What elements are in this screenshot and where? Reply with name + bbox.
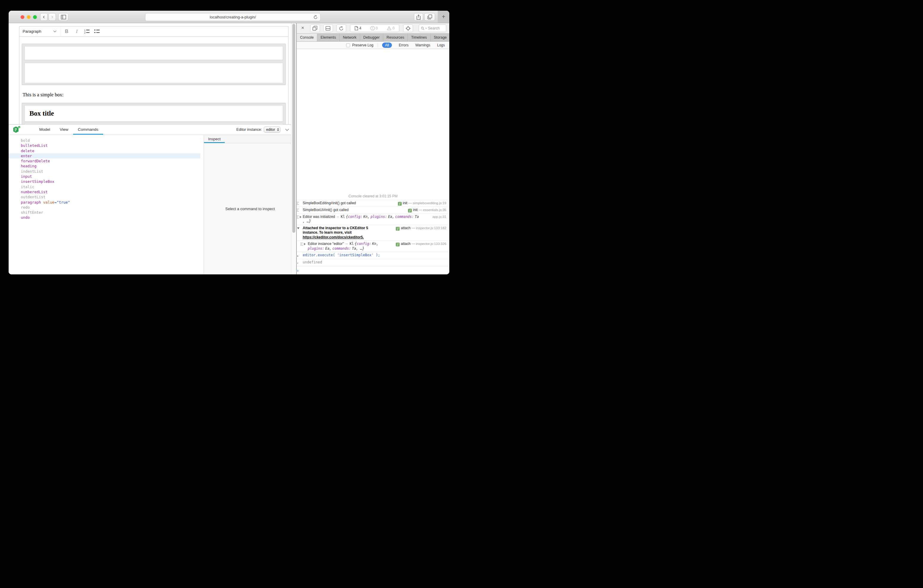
paragraph-style-dropdown[interactable]: Paragraph bbox=[19, 26, 61, 36]
command-row[interactable]: indentList bbox=[8, 169, 204, 174]
console-pane[interactable]: Console cleared at 3:01:15 PM SimpleBoxE… bbox=[297, 49, 449, 274]
tab-commands[interactable]: Commands bbox=[73, 125, 103, 135]
simple-box-title-field[interactable] bbox=[25, 46, 283, 60]
ckeditor-inspector-panel: 5 Model View Commands Editor instance: e… bbox=[8, 124, 296, 274]
expand-caret-icon[interactable] bbox=[300, 216, 302, 218]
command-row[interactable]: delete bbox=[8, 148, 204, 153]
simple-box-description-field[interactable] bbox=[25, 63, 283, 83]
source-location-link[interactable]: inspector.js:133:182 bbox=[416, 226, 446, 230]
command-row-selected[interactable]: enter bbox=[8, 153, 200, 158]
sidebar-toggle-button[interactable] bbox=[58, 13, 68, 21]
preserve-log-checkbox[interactable] bbox=[346, 43, 350, 47]
ckeditor-docs-link[interactable]: https://ckeditor.com/docs/ckeditor5. bbox=[303, 235, 364, 239]
tab-console[interactable]: Console bbox=[297, 34, 317, 41]
command-row[interactable]: bold bbox=[8, 138, 204, 143]
bulleted-list-button[interactable] bbox=[92, 28, 102, 35]
command-row[interactable]: redo bbox=[8, 205, 204, 210]
editor-instance-select[interactable]: editor bbox=[264, 126, 281, 133]
tab-inspect[interactable]: Inspect bbox=[204, 135, 225, 143]
page-scrollbar[interactable] bbox=[291, 23, 296, 274]
close-window-button[interactable] bbox=[21, 15, 25, 19]
close-devtools-button[interactable]: × bbox=[301, 25, 304, 31]
log-type-icon bbox=[297, 215, 299, 218]
console-input-row[interactable]: › editor.execute( 'insertSimpleBox' ); bbox=[297, 252, 449, 259]
command-row[interactable]: heading bbox=[8, 164, 204, 169]
console-result-row[interactable]: ‹ undefined bbox=[297, 259, 449, 266]
devtools-search-field[interactable]: Search bbox=[419, 25, 446, 32]
source-location-link[interactable]: essentials.js:35 bbox=[423, 208, 446, 212]
command-row[interactable]: input bbox=[8, 174, 204, 179]
page-resources-count[interactable]: 4 bbox=[355, 26, 361, 30]
simple-box-title-field[interactable]: Box title bbox=[25, 105, 283, 122]
dock-bottom-button[interactable] bbox=[323, 25, 333, 32]
dock-side-button[interactable] bbox=[310, 25, 320, 32]
reload-button[interactable] bbox=[314, 15, 318, 20]
select-arrows-icon bbox=[277, 128, 279, 131]
warning-icon bbox=[387, 26, 391, 30]
expand-caret-icon[interactable] bbox=[304, 243, 305, 245]
new-tab-button[interactable]: + bbox=[438, 11, 449, 23]
console-log-row[interactable]: SimpleBoxUI#init() got called finit—esse… bbox=[297, 207, 449, 214]
console-log-row[interactable]: Editor was initialized – Kl {config: Kn,… bbox=[297, 214, 449, 225]
chevron-down-icon bbox=[54, 30, 56, 33]
command-row[interactable]: undo bbox=[8, 215, 204, 220]
share-button[interactable] bbox=[414, 13, 423, 21]
minimize-window-button[interactable] bbox=[27, 15, 31, 19]
log-message: SimpleBoxUI#init() got called bbox=[303, 208, 348, 212]
error-count[interactable]: 0 bbox=[371, 26, 378, 30]
source-location-link[interactable]: app.js:31 bbox=[432, 215, 446, 218]
scrollbar-thumb[interactable] bbox=[292, 24, 295, 233]
simple-box-widget[interactable]: Box title bbox=[22, 103, 286, 125]
address-bar[interactable]: localhost/creating-a-plugin/ bbox=[145, 13, 320, 21]
tab-network[interactable]: Network bbox=[340, 34, 360, 41]
tab-resources[interactable]: Resources bbox=[383, 34, 408, 41]
source-location-link[interactable]: simpleboxediting.js:19 bbox=[413, 201, 446, 205]
tab-view[interactable]: View bbox=[55, 125, 73, 135]
svg-text:2: 2 bbox=[84, 31, 85, 34]
back-button[interactable]: ‹ bbox=[40, 13, 48, 21]
filter-divider bbox=[378, 43, 378, 47]
console-log-row[interactable]: Attached the inspector to a CKEditor 5 i… bbox=[297, 225, 449, 241]
filter-errors[interactable]: Errors bbox=[399, 43, 409, 47]
warning-count[interactable]: 0 bbox=[387, 26, 394, 30]
tab-elements[interactable]: Elements bbox=[317, 34, 340, 41]
command-row[interactable]: insertSimpleBox bbox=[8, 179, 204, 184]
command-row[interactable]: italic bbox=[8, 184, 204, 189]
command-row[interactable]: bulletedList bbox=[8, 143, 204, 148]
log-message: Editor was initialized bbox=[303, 215, 335, 219]
search-icon bbox=[421, 27, 424, 30]
filter-warnings[interactable]: Warnings bbox=[416, 43, 430, 47]
forward-button[interactable]: › bbox=[48, 13, 56, 21]
numbered-list-button[interactable]: 1 2 bbox=[82, 28, 91, 35]
reload-page-button[interactable] bbox=[336, 25, 346, 32]
tab-storage[interactable]: Storage bbox=[430, 34, 449, 41]
console-input-text: editor.execute( 'insertSimpleBox' ); bbox=[303, 253, 380, 257]
command-row[interactable]: forwardDelete bbox=[8, 158, 204, 164]
filter-logs[interactable]: Logs bbox=[437, 43, 445, 47]
command-row[interactable]: numberedList bbox=[8, 189, 204, 194]
italic-button[interactable]: I bbox=[72, 28, 81, 35]
tab-timelines[interactable]: Timelines bbox=[408, 34, 430, 41]
console-prompt[interactable]: › bbox=[297, 266, 449, 274]
command-row[interactable]: outdentList bbox=[8, 194, 204, 199]
filter-all[interactable]: All bbox=[382, 43, 392, 48]
tab-model[interactable]: Model bbox=[34, 125, 55, 135]
bold-button[interactable]: B bbox=[62, 28, 71, 35]
dock-bottom-icon bbox=[325, 26, 330, 31]
command-row[interactable]: paragraph value="true" bbox=[8, 200, 204, 205]
console-log-row[interactable]: SimpleBoxEditing#init() got called finit… bbox=[297, 200, 449, 207]
log-message: Attached the inspector to a CKEditor 5 bbox=[303, 226, 396, 231]
tab-overview-button[interactable] bbox=[424, 13, 435, 21]
simple-box-widget[interactable] bbox=[22, 44, 286, 85]
editor-content[interactable]: This is a simple box: Box title bbox=[19, 36, 288, 124]
console-log-row[interactable]: Editor instance "editor" – Kl {config: K… bbox=[297, 240, 449, 252]
collapse-inspector-button[interactable] bbox=[285, 127, 289, 131]
tab-debugger[interactable]: Debugger bbox=[360, 34, 383, 41]
function-badge-icon: f bbox=[396, 243, 400, 246]
command-row[interactable]: shiftEnter bbox=[8, 210, 204, 215]
share-icon bbox=[417, 15, 420, 20]
collapse-caret-icon[interactable] bbox=[297, 227, 299, 229]
zoom-window-button[interactable] bbox=[33, 15, 37, 19]
source-location-link[interactable]: inspector.js:133:326 bbox=[416, 242, 446, 246]
element-picker-button[interactable] bbox=[403, 25, 413, 32]
